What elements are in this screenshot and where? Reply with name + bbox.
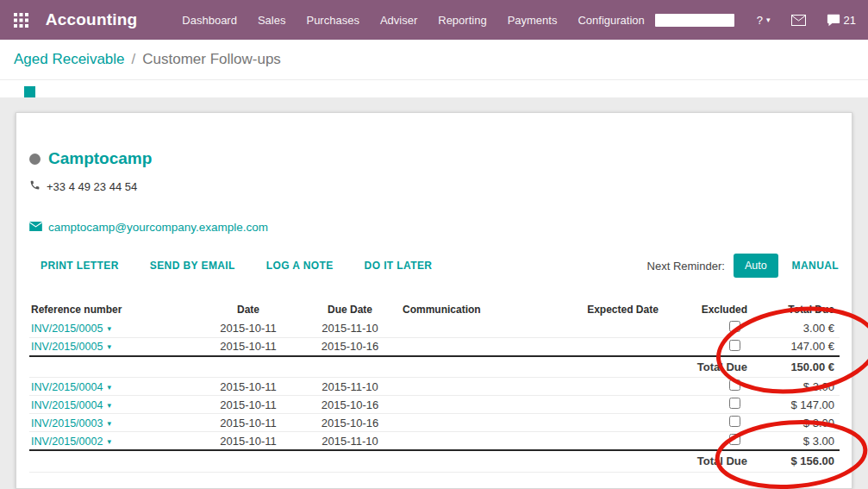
send-by-email-button[interactable]: SEND BY EMAIL	[150, 260, 235, 272]
breadcrumb-current: Customer Follow-ups	[142, 51, 281, 68]
content-area: Camptocamp +33 4 49 23 44 54 camptocamp@…	[0, 97, 868, 489]
nav-item-adviser[interactable]: Adviser	[370, 0, 428, 41]
total-due-label: Total Due	[677, 450, 749, 472]
breadcrumb-substrip	[0, 79, 868, 97]
invoice-due-date: 2015-10-16	[299, 337, 401, 356]
total-due-cell: 147.00 €	[749, 337, 840, 356]
group-total-value: 150.00 €	[749, 356, 840, 378]
nav-item-configuration[interactable]: Configuration	[567, 0, 654, 41]
apps-grid-icon[interactable]	[12, 9, 30, 31]
nav-item-purchases[interactable]: Purchases	[296, 0, 369, 41]
total-due-label: Total Due	[677, 356, 749, 378]
communication-cell[interactable]	[401, 319, 569, 337]
reminder-manual-button[interactable]: MANUAL	[792, 260, 839, 272]
customer-phone: +33 4 49 23 44 54	[47, 180, 137, 193]
invoice-date: 2015-10-11	[197, 414, 299, 432]
column-header-reference: Reference number	[29, 300, 197, 319]
customer-email-link[interactable]: camptocamp@yourcompany.example.com	[48, 221, 268, 234]
invoice-date: 2015-10-11	[197, 378, 299, 396]
excluded-cell	[677, 432, 749, 451]
expected-date-cell[interactable]	[569, 378, 677, 396]
invoice-ref: INV/2015/0005	[31, 341, 103, 353]
next-reminder-label: Next Reminder:	[647, 260, 725, 273]
caret-down-icon: ▾	[107, 419, 111, 428]
invoice-ref-link[interactable]: INV/2015/0004▾	[31, 399, 111, 411]
customer-header: Camptocamp	[29, 149, 839, 168]
nav-item-reporting[interactable]: Reporting	[428, 0, 496, 41]
column-header-communication: Communication	[401, 300, 569, 319]
caret-down-icon: ▾	[107, 383, 111, 392]
excluded-cell	[677, 319, 749, 337]
followup-lines-table: Reference number Date Due Date Communica…	[29, 300, 840, 473]
invoice-date: 2015-10-11	[197, 319, 299, 337]
invoice-ref-link[interactable]: INV/2015/0002▾	[31, 436, 111, 448]
help-menu[interactable]: ? ▾	[757, 14, 771, 27]
caret-down-icon: ▾	[107, 324, 111, 333]
column-header-excluded: Excluded	[677, 300, 749, 319]
table-row: INV/2015/0004▾ 2015-10-11 2015-11-10 $ 3…	[29, 378, 840, 396]
invoice-date: 2015-10-11	[197, 396, 299, 414]
app-title: Accounting	[46, 10, 138, 29]
caret-down-icon: ▾	[107, 401, 111, 410]
teal-marker	[24, 86, 35, 97]
customer-name[interactable]: Camptocamp	[48, 149, 152, 168]
column-header-date: Date	[197, 300, 299, 319]
reminder-auto-button[interactable]: Auto	[734, 254, 778, 278]
do-it-later-button[interactable]: DO IT LATER	[365, 260, 433, 272]
invoice-date: 2015-10-11	[197, 432, 299, 451]
expected-date-cell[interactable]	[569, 432, 677, 451]
excluded-checkbox[interactable]	[729, 434, 740, 445]
invoice-ref: INV/2015/0004	[31, 381, 103, 393]
group-total-row: Total Due 150.00 €	[29, 356, 840, 378]
log-a-note-button[interactable]: LOG A NOTE	[266, 260, 334, 272]
invoice-due-date: 2015-10-16	[299, 414, 401, 432]
invoice-ref-link[interactable]: INV/2015/0005▾	[31, 323, 111, 335]
column-header-expected-date: Expected Date	[569, 300, 677, 319]
excluded-cell	[677, 337, 749, 356]
caret-down-icon: ▾	[107, 342, 111, 351]
excluded-checkbox[interactable]	[729, 340, 740, 351]
expected-date-cell[interactable]	[569, 414, 677, 432]
invoice-ref-link[interactable]: INV/2015/0004▾	[31, 381, 111, 393]
invoice-ref: INV/2015/0005	[31, 323, 103, 335]
breadcrumb-separator: /	[132, 51, 136, 68]
invoice-ref-link[interactable]: INV/2015/0005▾	[31, 341, 111, 353]
expected-date-cell[interactable]	[569, 396, 677, 414]
followup-report-card: Camptocamp +33 4 49 23 44 54 camptocamp@…	[16, 112, 852, 489]
messages-icon[interactable]: 21	[827, 14, 856, 27]
print-letter-button[interactable]: PRINT LETTER	[41, 260, 119, 272]
messages-count-badge: 21	[844, 14, 856, 27]
excluded-checkbox[interactable]	[729, 416, 740, 427]
help-icon: ?	[757, 14, 763, 27]
followup-actions: PRINT LETTER SEND BY EMAIL LOG A NOTE DO…	[29, 254, 839, 278]
communication-cell[interactable]	[401, 378, 569, 396]
table-row: INV/2015/0004▾ 2015-10-11 2015-10-16 $ 1…	[29, 396, 840, 414]
communication-cell[interactable]	[401, 432, 569, 451]
nav-item-sales[interactable]: Sales	[247, 0, 297, 41]
topbar-systray: ? ▾ 21	[655, 14, 856, 27]
breadcrumb-link-aged-receivable[interactable]: Aged Receivable	[14, 51, 125, 68]
communication-cell[interactable]	[401, 414, 569, 432]
caret-down-icon: ▾	[107, 437, 111, 446]
excluded-checkbox[interactable]	[729, 379, 740, 391]
breadcrumb: Aged Receivable / Customer Follow-ups	[0, 40, 868, 79]
nav-item-dashboard[interactable]: Dashboard	[172, 0, 247, 41]
table-header-row: Reference number Date Due Date Communica…	[29, 300, 840, 319]
total-due-cell: $ 147.00	[749, 396, 840, 414]
excluded-checkbox[interactable]	[729, 398, 740, 409]
search-input[interactable]	[655, 14, 734, 27]
excluded-cell	[677, 396, 749, 414]
mail-icon[interactable]	[791, 15, 806, 26]
invoice-ref: INV/2015/0004	[31, 399, 103, 411]
top-navbar: Accounting Dashboard Sales Purchases Adv…	[0, 0, 868, 40]
customer-phone-row: +33 4 49 23 44 54	[29, 179, 839, 193]
communication-cell[interactable]	[401, 396, 569, 414]
invoice-ref-link[interactable]: INV/2015/0003▾	[31, 417, 111, 429]
nav-item-payments[interactable]: Payments	[497, 0, 568, 41]
excluded-checkbox[interactable]	[729, 321, 740, 332]
expected-date-cell[interactable]	[569, 319, 677, 337]
customer-email-row: camptocamp@yourcompany.example.com	[29, 219, 839, 235]
main-menu: Dashboard Sales Purchases Adviser Report…	[172, 0, 654, 41]
communication-cell[interactable]	[401, 337, 569, 356]
expected-date-cell[interactable]	[569, 337, 677, 356]
